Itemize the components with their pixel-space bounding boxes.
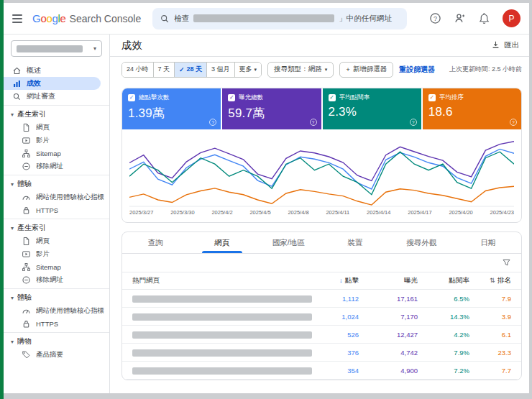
search-type-chip[interactable]: 搜尋類型：網路 ▾ xyxy=(267,62,334,78)
product-icon xyxy=(22,350,31,359)
x-axis-tick: 2025/3/27 xyxy=(129,209,153,216)
table-row-4[interactable]: 3544,9007.2%7.7 xyxy=(122,362,521,380)
sidebar-section-10[interactable]: ▾體驗 xyxy=(4,178,109,191)
page-header: 成效 匯出 xyxy=(110,35,529,57)
cell-impressions: 7,170 xyxy=(369,308,428,326)
tab-5[interactable]: 日期 xyxy=(455,232,522,253)
sidebar-item-performance[interactable]: 成效 xyxy=(4,77,101,90)
date-option-4[interactable]: 更多▾ xyxy=(234,63,262,77)
table-row-2[interactable]: 52612,4274.2%6.1 xyxy=(122,326,521,344)
tab-3[interactable]: 裝置 xyxy=(322,232,389,253)
remove-icon xyxy=(22,275,31,285)
sidebar-section-4[interactable]: ▾產生索引 xyxy=(4,108,109,121)
property-selector[interactable]: ▾ xyxy=(11,40,102,57)
column-clicks[interactable]: ↓ 點擊 xyxy=(313,272,369,290)
sidebar-item-https[interactable]: HTTPS xyxy=(4,317,109,330)
search-suffix-text: 」中的任何網址 xyxy=(339,14,392,24)
video-icon xyxy=(22,249,31,259)
tab-4[interactable]: 搜尋外觀 xyxy=(388,232,455,253)
sidebar-item-cwv[interactable]: 網站使用體驗核心指標 xyxy=(4,191,109,203)
help-icon[interactable]: ? xyxy=(510,119,517,126)
metric-card-position[interactable]: ✓平均排序18.6? xyxy=(423,88,521,129)
sidebar-section-14[interactable]: ▾產生索引 xyxy=(4,221,109,234)
notifications-icon[interactable] xyxy=(478,12,490,24)
menu-icon[interactable] xyxy=(11,13,24,24)
sitemap-icon xyxy=(22,149,31,158)
sidebar-item-sitemap[interactable]: Sitemap xyxy=(4,260,109,273)
tab-0[interactable]: 查詢 xyxy=(122,232,189,253)
add-user-icon[interactable] xyxy=(454,12,466,24)
sidebar-item-overview[interactable]: 概述 xyxy=(4,64,109,77)
filter-icon[interactable] xyxy=(502,258,511,267)
metric-card-ctr[interactable]: ✓平均點閱率2.3%? xyxy=(323,88,421,129)
cell-ctr: 14.3% xyxy=(428,308,480,326)
help-icon[interactable]: ? xyxy=(209,119,216,126)
sidebar: ▾ 概述成效網址審查▾產生索引網頁影片Sitemap移除網址▾體驗網站使用體驗核… xyxy=(4,35,110,393)
date-option-2[interactable]: ✓28 天 xyxy=(174,63,206,77)
checkbox-checked-icon[interactable]: ✓ xyxy=(329,94,336,101)
table-row-0[interactable]: 1,11217,1616.5%7.9 xyxy=(122,290,521,308)
cell-impressions: 4,742 xyxy=(369,344,428,362)
metric-card-clicks[interactable]: ✓總點擊次數1.39萬? xyxy=(122,88,221,129)
table-row-1[interactable]: 1,0247,17014.3%3.9 xyxy=(122,308,521,326)
date-option-3[interactable]: 3 個月 xyxy=(206,63,234,77)
sidebar-item-video[interactable]: 影片 xyxy=(4,247,109,260)
sidebar-item-product[interactable]: 產品摘要 xyxy=(4,348,109,361)
reset-filters-link[interactable]: 重設篩選器 xyxy=(399,65,435,75)
redacted-property-label xyxy=(17,45,83,52)
x-axis-tick: 2025/4/20 xyxy=(449,209,472,216)
tab-1[interactable]: 網頁 xyxy=(189,232,256,253)
add-filter-chip[interactable]: + 新增篩選器 xyxy=(339,62,393,78)
url-inspection-searchbox[interactable]: 檢查 」中的任何網址 xyxy=(152,8,407,29)
sidebar-item-cwv[interactable]: 網站使用體驗核心指標 xyxy=(4,304,109,317)
date-option-1[interactable]: 7 天 xyxy=(153,63,175,77)
sidebar-section-24[interactable]: ▾購物 xyxy=(4,335,109,348)
sidebar-item-inspect[interactable]: 網址審查 xyxy=(4,90,109,103)
checkbox-checked-icon[interactable]: ✓ xyxy=(228,94,235,101)
help-icon[interactable]: ? xyxy=(310,119,317,126)
column-top-pages[interactable]: 熱門網頁 xyxy=(122,272,313,290)
column-impressions[interactable]: 曝光 xyxy=(369,272,428,290)
sidebar-nav: 概述成效網址審查▾產生索引網頁影片Sitemap移除網址▾體驗網站使用體驗核心指… xyxy=(4,64,109,361)
avatar[interactable]: P xyxy=(503,9,520,27)
cell-impressions: 12,427 xyxy=(369,326,428,344)
date-option-0[interactable]: 24 小時 xyxy=(122,63,153,77)
last-updated-text: 上次更新時間: 2.5 小時前 xyxy=(449,65,522,74)
performance-chart-card: ✓總點擊次數1.39萬?✓曝光總數59.7萬?✓平均點閱率2.3%?✓平均排序1… xyxy=(121,88,522,223)
help-icon[interactable]: ? xyxy=(410,119,417,126)
tab-2[interactable]: 國家/地區 xyxy=(255,232,322,253)
chart-line-position xyxy=(129,186,514,205)
metric-card-impressions[interactable]: ✓曝光總數59.7萬? xyxy=(222,88,321,129)
chart-area: 2025/3/272025/3/302025/4/22025/4/52025/4… xyxy=(122,129,521,222)
https-icon xyxy=(22,206,31,215)
column-position[interactable]: ⇅ 排名 xyxy=(480,272,521,290)
search-icon xyxy=(160,14,170,24)
checkbox-checked-icon[interactable]: ✓ xyxy=(428,94,436,101)
sidebar-item-sitemap[interactable]: Sitemap xyxy=(4,147,109,160)
cell-position: 3.9 xyxy=(480,308,521,326)
dimension-table-card: 查詢網頁國家/地區裝置搜尋外觀日期 熱門網頁↓ 點擊曝光點閱率⇅ 排名 1,11… xyxy=(121,231,522,380)
sidebar-item-remove[interactable]: 移除網址 xyxy=(4,160,109,173)
help-icon[interactable]: ? xyxy=(429,12,441,24)
sidebar-divider xyxy=(4,219,109,219)
dimension-tabs: 查詢網頁國家/地區裝置搜尋外觀日期 xyxy=(122,232,521,254)
sidebar-divider xyxy=(4,332,109,333)
sidebar-item-remove[interactable]: 移除網址 xyxy=(4,273,109,286)
sidebar-item-page[interactable]: 網頁 xyxy=(4,121,109,134)
sidebar-item-https[interactable]: HTTPS xyxy=(4,203,109,216)
cell-clicks: 526 xyxy=(313,326,369,344)
search-console-window: Google Search Console 檢查 」中的任何網址 ? P ▾ xyxy=(4,3,529,393)
sidebar-item-page[interactable]: 網頁 xyxy=(4,234,109,247)
checkbox-checked-icon[interactable]: ✓ xyxy=(128,94,135,101)
column-ctr[interactable]: 點閱率 xyxy=(428,272,480,290)
x-axis-tick: 2025/4/17 xyxy=(408,209,431,216)
table-row-3[interactable]: 3764,7427.9%23.3 xyxy=(122,344,521,362)
export-button[interactable]: 匯出 xyxy=(491,40,519,51)
sidebar-item-video[interactable]: 影片 xyxy=(4,134,109,147)
app-logo[interactable]: Google Search Console xyxy=(32,12,141,24)
sidebar-section-20[interactable]: ▾體驗 xyxy=(4,291,109,304)
cell-ctr: 7.9% xyxy=(428,344,480,362)
cell-clicks: 376 xyxy=(313,344,369,362)
redacted-property-name xyxy=(193,14,334,22)
x-axis-tick: 2025/4/11 xyxy=(326,209,349,216)
